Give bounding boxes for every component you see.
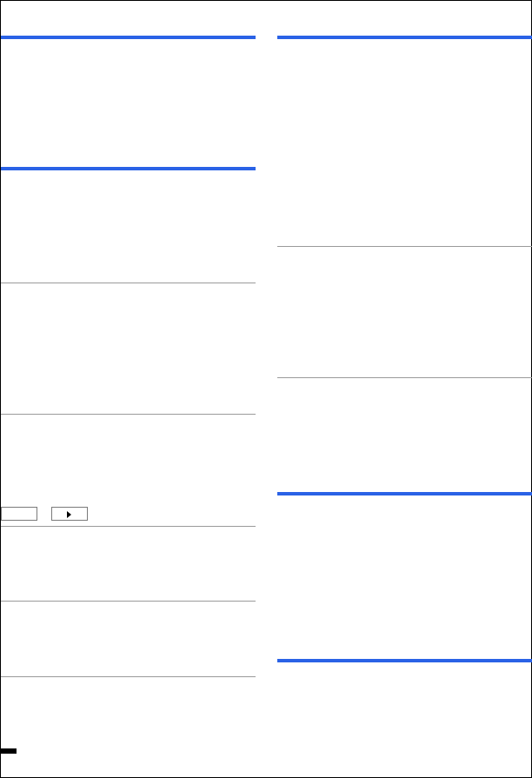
section-divider-grey [277, 377, 532, 378]
section-divider-grey [1, 676, 256, 677]
chevron-right-icon [66, 510, 73, 519]
mini-button[interactable] [1, 748, 17, 754]
section-divider-grey [1, 414, 256, 415]
section-divider-blue [277, 492, 532, 495]
section-divider-blue [1, 36, 256, 39]
page-frame [0, 0, 532, 778]
section-divider-grey [1, 283, 256, 283]
section-divider-blue [1, 167, 256, 170]
section-divider-grey [277, 246, 532, 247]
section-divider-blue [277, 36, 532, 39]
search-button-row [1, 507, 256, 521]
section-divider-grey [1, 526, 256, 527]
search-button[interactable] [1, 507, 37, 521]
section-divider-grey [1, 601, 256, 602]
section-divider-blue [277, 659, 532, 662]
go-button[interactable] [51, 507, 88, 521]
